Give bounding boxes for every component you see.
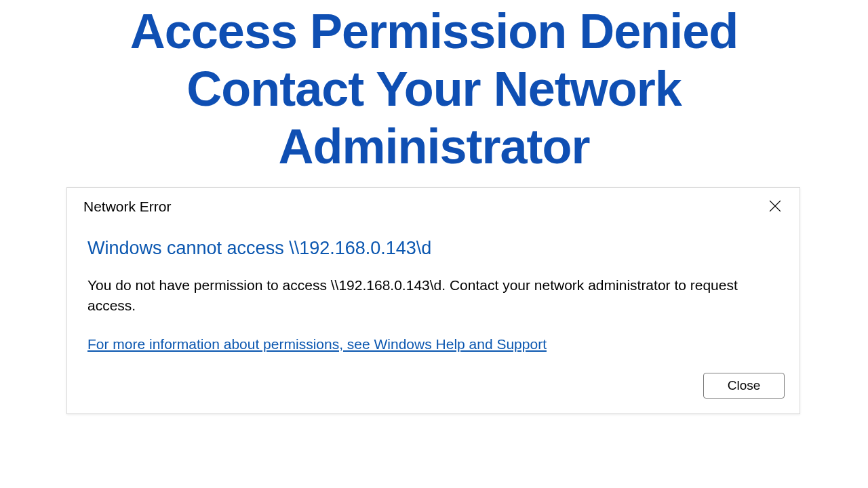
banner-line2: Contact Your Network xyxy=(0,60,868,118)
help-link[interactable]: For more information about permissions, … xyxy=(87,336,547,352)
close-button[interactable]: Close xyxy=(703,373,785,399)
close-icon xyxy=(769,200,781,214)
dialog-footer: Close xyxy=(67,365,800,413)
banner-title: Access Permission Denied Contact Your Ne… xyxy=(0,0,868,176)
dialog-title: Network Error xyxy=(83,199,172,215)
titlebar-close-button[interactable] xyxy=(760,195,790,219)
banner-line1: Access Permission Denied xyxy=(0,3,868,60)
dialog-message: You do not have permission to access \\1… xyxy=(87,275,779,316)
dialog-body: Windows cannot access \\192.168.0.143\d … xyxy=(67,223,800,365)
network-error-dialog: Network Error Windows cannot access \\19… xyxy=(66,187,800,414)
dialog-heading: Windows cannot access \\192.168.0.143\d xyxy=(87,238,779,259)
banner-line3: Administrator xyxy=(0,118,868,176)
dialog-titlebar: Network Error xyxy=(67,188,800,223)
